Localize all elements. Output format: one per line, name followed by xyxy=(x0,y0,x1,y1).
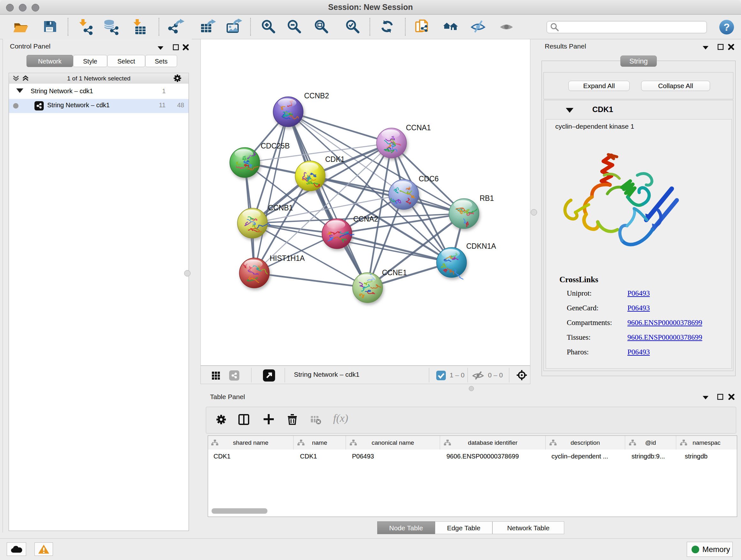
svg-text:RB1: RB1 xyxy=(480,194,494,202)
svg-text:CDK1: CDK1 xyxy=(325,155,345,164)
svg-text:CDC25B: CDC25B xyxy=(261,142,290,150)
svg-text:CCNB1: CCNB1 xyxy=(268,204,293,212)
svg-text:CCNA2: CCNA2 xyxy=(353,215,378,223)
svg-text:CDKN1A: CDKN1A xyxy=(466,242,496,250)
svg-text:?: ? xyxy=(724,21,730,33)
svg-text:CCNA1: CCNA1 xyxy=(406,124,431,132)
svg-text:CCNE1: CCNE1 xyxy=(382,268,407,277)
svg-text:HIST1H1A: HIST1H1A xyxy=(270,254,305,262)
svg-text:CDC6: CDC6 xyxy=(419,175,439,183)
svg-text:CCNB2: CCNB2 xyxy=(304,91,329,100)
